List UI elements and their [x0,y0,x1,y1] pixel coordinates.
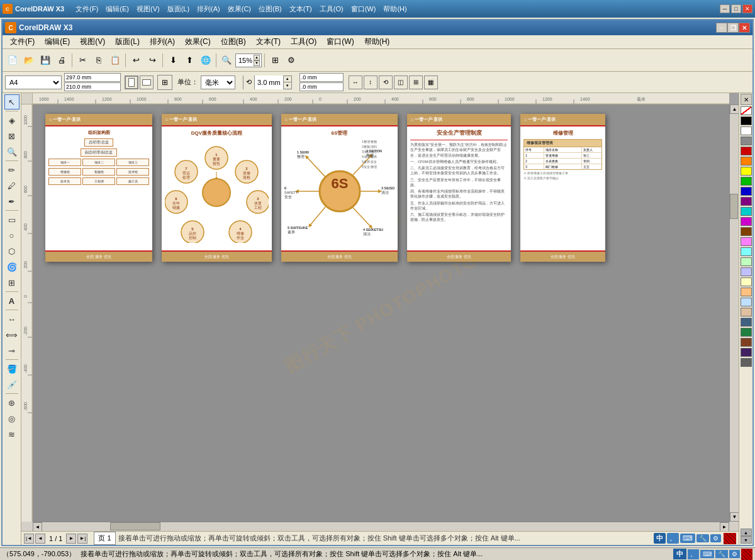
swatch-darkgray[interactable] [741,358,752,367]
os-menu-view[interactable]: 视图(V) [133,3,164,15]
import-btn[interactable]: ⬇ [165,53,181,68]
zoom-in-btn[interactable]: 🔍 [219,53,234,68]
tool-dimension[interactable]: ⟺ [4,327,20,342]
doc-page-2[interactable]: ⌂ 一管一户·直供 DQV服务质量核心流程 [162,114,272,262]
page-tab[interactable]: 页 1 [94,532,115,545]
cut-btn[interactable]: ✂ [75,53,90,68]
tool-spiral[interactable]: 🌀 [4,259,20,274]
hscroll-right-btn[interactable]: ► [720,522,729,532]
tool-crop[interactable]: ⊠ [4,128,20,143]
swatch-magenta[interactable] [741,217,752,226]
app-close-btn[interactable]: ✕ [739,23,750,33]
tool-polygon[interactable]: ⬡ [4,244,20,259]
publish-btn[interactable]: 🌐 [198,53,213,68]
ime-tools-btn[interactable]: 🔧 [696,534,709,542]
hscroll-track[interactable] [42,522,720,531]
menu-window[interactable]: 窗口(W) [322,35,359,48]
swatch-orange[interactable] [741,157,752,165]
tool-select[interactable]: ↖ [4,94,20,109]
menu-arrange[interactable]: 排列(A) [145,35,180,48]
pos-x-field[interactable]: .0 mm [299,73,344,82]
close-indicator[interactable] [724,533,736,544]
app-min-btn[interactable]: ─ [716,23,727,33]
paste-btn[interactable]: 📋 [108,53,123,68]
os-menu-layout[interactable]: 版面(L) [164,3,193,15]
os-menu-effects[interactable]: 效果(C) [224,3,255,15]
tool-text[interactable]: A [4,293,20,308]
os-menu-edit[interactable]: 编辑(E) [102,3,133,15]
hscroll-left-btn[interactable]: ◄ [33,522,42,532]
doc-page-4[interactable]: ⌂ 一管一户·直供 安全生产管理制度 为贯彻落实"安全第一、预防为主"的方针，有… [407,114,511,262]
tool-freehand[interactable]: ✏ [4,162,20,177]
tool-ellipse[interactable]: ○ [4,228,20,243]
swatch-gray[interactable] [741,137,752,145]
page-options-btn[interactable]: ⊞ [157,75,172,90]
os-menu-window[interactable]: 窗口(W) [347,3,380,15]
page-size-select[interactable]: A4 [5,76,62,89]
swatch-brown[interactable] [741,227,752,236]
swatch-darkgreen[interactable] [741,328,752,337]
export-btn[interactable]: ⬆ [182,53,197,68]
zoom-down-btn[interactable]: ▼ [254,60,260,66]
pos-y-field[interactable]: .0 mm [299,82,344,91]
os-close-btn[interactable]: ✕ [742,4,752,13]
swatch-sienna[interactable] [741,338,752,347]
swatch-tan[interactable] [741,308,752,316]
tool-interact[interactable]: ↔ [4,311,20,327]
menu-bitmap[interactable]: 位图(B) [216,35,251,48]
canvas-scroll[interactable]: 图行天下 PHOTOPHOTO 图行天下.CN ⌂ 一管一户·直供 [33,104,729,522]
nudge-value[interactable]: 3.0 mm [254,76,283,89]
os-menu-help[interactable]: 帮助(H) [379,3,410,15]
page-height-field[interactable]: 210.0 mm [64,82,121,91]
vscroll-track[interactable] [730,114,739,512]
ime-punctuation-btn[interactable]: 。 [667,533,679,544]
doc-page-3[interactable]: ⌂ 一管一户·直供 6S管理 [281,114,398,262]
landscape-btn[interactable] [140,76,154,89]
ime-settings-btn[interactable]: ⚙ [710,534,721,542]
app-restore-btn[interactable]: ❐ [727,23,739,33]
transform-btn1[interactable]: ↔ [349,76,362,89]
no-fill-swatch[interactable]: ✕ [741,94,752,105]
menu-view[interactable]: 视图(V) [75,35,110,48]
tool-blend[interactable]: ⊛ [4,395,20,410]
swatch-indigo[interactable] [741,348,752,357]
swatch-skyblue[interactable] [741,298,752,306]
menu-layout[interactable]: 版面(L) [110,35,145,48]
swatch-pink[interactable] [741,237,752,246]
tool-eyedropper[interactable]: 💉 [4,377,20,392]
menu-file[interactable]: 文件(F) [5,35,40,48]
swatch-lightblue[interactable] [741,267,752,276]
transform-btn4[interactable]: ◫ [394,76,408,89]
vscroll-down-btn[interactable]: ▼ [730,512,739,522]
tool-shape[interactable]: ◈ [4,113,20,128]
first-page-btn[interactable]: |◄ [24,534,34,544]
swatch-steel[interactable] [741,318,752,327]
bottom-ime-settings[interactable]: ⚙ [729,550,740,558]
last-page-btn[interactable]: ►| [77,534,87,544]
prev-page-btn[interactable]: ◄ [35,534,45,544]
swatch-peach[interactable] [741,288,752,296]
os-menu-tools[interactable]: 工具(O) [316,3,347,15]
menu-help[interactable]: 帮助(H) [359,35,395,48]
vscroll-up-btn[interactable]: ▲ [730,104,739,114]
swatch-yellow[interactable] [741,167,752,176]
palette-scroll-down[interactable]: ▼ [741,536,752,544]
transform-btn2[interactable]: ↕ [364,76,378,89]
swatch-cyan[interactable] [741,207,752,216]
tool-fill[interactable]: 🪣 [4,361,20,376]
os-menu-bitmap[interactable]: 位图(B) [255,3,286,15]
unit-select[interactable]: 毫米 [201,76,235,89]
hscroll-thumb[interactable] [110,522,160,530]
swatch-lightgreen[interactable] [741,257,752,266]
bottom-ime-key[interactable]: ⌨ [700,550,714,558]
ime-keyboard-btn[interactable]: ⌨ [680,534,695,543]
swatch-green[interactable] [741,177,752,186]
doc-page-1[interactable]: ⌂ 一管一户·直供 组织架构图 总经理/总监 [45,114,152,262]
nudge-down[interactable]: ▼ [284,82,291,89]
print-btn[interactable]: 🖨 [54,53,69,68]
tool-pen[interactable]: 🖊 [4,178,20,193]
tool-calligraphy[interactable]: ✒ [4,194,20,209]
swatch-blue[interactable] [741,187,752,196]
zoom-up-btn[interactable]: ▲ [254,55,260,60]
swatch-red[interactable] [741,147,752,155]
